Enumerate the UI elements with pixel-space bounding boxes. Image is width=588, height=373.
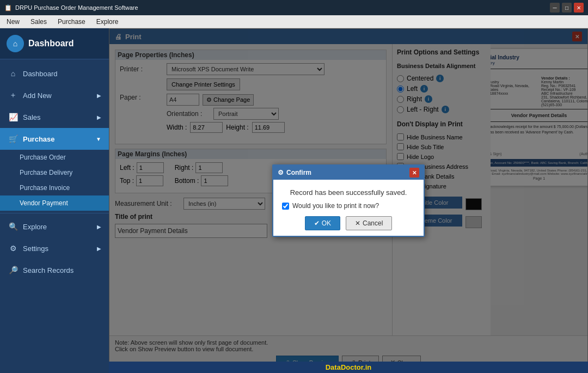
sidebar-item-purchase-delivery[interactable]: Purchase Delivery [0, 165, 109, 180]
ok-button[interactable]: ✔ OK [305, 216, 340, 230]
vendor-payment-label: Vendor Payment [20, 199, 68, 207]
dashboard-icon: ⌂ [7, 35, 24, 52]
purchase-invoice-label: Purchase Invoice [20, 184, 70, 192]
cancel-button[interactable]: ✕ Cancel [346, 216, 392, 230]
search-records-icon: 🔎 [8, 265, 19, 276]
menu-sales[interactable]: Sales [26, 17, 51, 27]
watermark: DataDoctor.in [109, 362, 588, 373]
sidebar-item-search-records[interactable]: 🔎 Search Records [0, 259, 109, 281]
confirm-title-bar: ⚙ Confirm ✕ [273, 166, 424, 180]
dashboard-nav-icon: ⌂ [8, 68, 19, 79]
purchase-arrow: ▼ [96, 136, 101, 142]
sidebar-item-purchase-label: Purchase [23, 135, 55, 143]
close-button[interactable]: ✕ [574, 3, 584, 13]
purchase-order-label: Purchase Order [20, 154, 66, 161]
watermark-text: DataDoctor.in [326, 363, 372, 371]
sidebar-item-settings-label: Settings [23, 244, 48, 253]
menu-explore[interactable]: Explore [92, 17, 123, 27]
sidebar-nav: ⌂ Dashboard ＋ Add New ▶ 📈 Sales ▶ 🛒 Purc… [0, 59, 109, 284]
print-now-label: Would you like to print it now? [292, 202, 379, 210]
sidebar-item-explore[interactable]: 🔍 Explore ▶ [0, 216, 109, 237]
confirm-message: Record has been successfully saved. [282, 188, 415, 197]
explore-arrow: ▶ [97, 224, 101, 230]
confirm-checkbox-row: Would you like to print it now? [282, 202, 415, 210]
sidebar-item-dashboard-label: Dashboard [23, 70, 58, 78]
app-title: DRPU Purchase Order Management Software [15, 4, 138, 11]
sidebar: ⌂ Dashboard ⌂ Dashboard ＋ Add New ▶ 📈 Sa… [0, 28, 109, 373]
add-new-icon: ＋ [8, 90, 19, 101]
confirm-body: Record has been successfully saved. Woul… [273, 180, 424, 236]
sidebar-item-sales-label: Sales [23, 113, 41, 121]
purchase-icon: 🛒 [8, 133, 19, 144]
sidebar-item-sales[interactable]: 📈 Sales ▶ [0, 106, 109, 128]
title-bar: 📋 DRPU Purchase Order Management Softwar… [0, 0, 588, 15]
sidebar-item-purchase-invoice[interactable]: Purchase Invoice [0, 180, 109, 195]
sidebar-item-add-new-label: Add New [23, 91, 52, 100]
main-layout: ⌂ Dashboard ⌂ Dashboard ＋ Add New ▶ 📈 Sa… [0, 28, 588, 373]
title-bar-controls: ─ □ ✕ [550, 3, 584, 13]
menu-bar: New Sales Purchase Explore [0, 15, 588, 28]
confirm-overlay: ⚙ Confirm ✕ Record has been successfully… [109, 28, 588, 373]
sales-icon: 📈 [8, 112, 19, 123]
sidebar-item-purchase[interactable]: 🛒 Purchase ▼ [0, 128, 109, 150]
minimize-button[interactable]: ─ [550, 3, 560, 13]
app-icon: 📋 [4, 4, 12, 11]
sidebar-item-vendor-payment[interactable]: Vendor Payment [0, 195, 109, 211]
confirm-icon: ⚙ [278, 169, 284, 176]
sidebar-item-explore-label: Explore [23, 223, 47, 231]
settings-icon: ⚙ [8, 243, 19, 254]
confirm-title: Confirm [286, 169, 311, 176]
purchase-delivery-label: Purchase Delivery [20, 169, 72, 176]
confirm-dialog: ⚙ Confirm ✕ Record has been successfully… [272, 164, 425, 237]
sidebar-item-dashboard[interactable]: ⌂ Dashboard [0, 63, 109, 84]
settings-arrow: ▶ [97, 246, 101, 252]
sidebar-title: Dashboard [28, 39, 74, 48]
title-bar-left: 📋 DRPU Purchase Order Management Softwar… [4, 4, 138, 11]
add-new-arrow: ▶ [97, 93, 101, 99]
sales-arrow: ▶ [97, 114, 101, 120]
menu-purchase[interactable]: Purchase [53, 17, 90, 27]
print-now-checkbox[interactable] [282, 203, 289, 210]
explore-icon: 🔍 [8, 221, 19, 232]
sidebar-item-settings[interactable]: ⚙ Settings ▶ [0, 237, 109, 259]
maximize-button[interactable]: □ [562, 3, 572, 13]
menu-new[interactable]: New [2, 17, 24, 27]
sidebar-item-add-new[interactable]: ＋ Add New ▶ [0, 84, 109, 106]
content-area: 🖨 Print ✕ Page Properties (Inches) Print… [109, 28, 588, 373]
sidebar-item-search-records-label: Search Records [23, 266, 74, 274]
check-icon: ✔ [314, 219, 320, 227]
sidebar-item-purchase-order[interactable]: Purchase Order [0, 150, 109, 165]
x-icon: ✕ [355, 219, 360, 227]
confirm-buttons: ✔ OK ✕ Cancel [282, 216, 415, 230]
sidebar-header: ⌂ Dashboard [0, 28, 109, 59]
confirm-close-button[interactable]: ✕ [409, 168, 419, 178]
sidebar-divider-1 [0, 213, 109, 213]
